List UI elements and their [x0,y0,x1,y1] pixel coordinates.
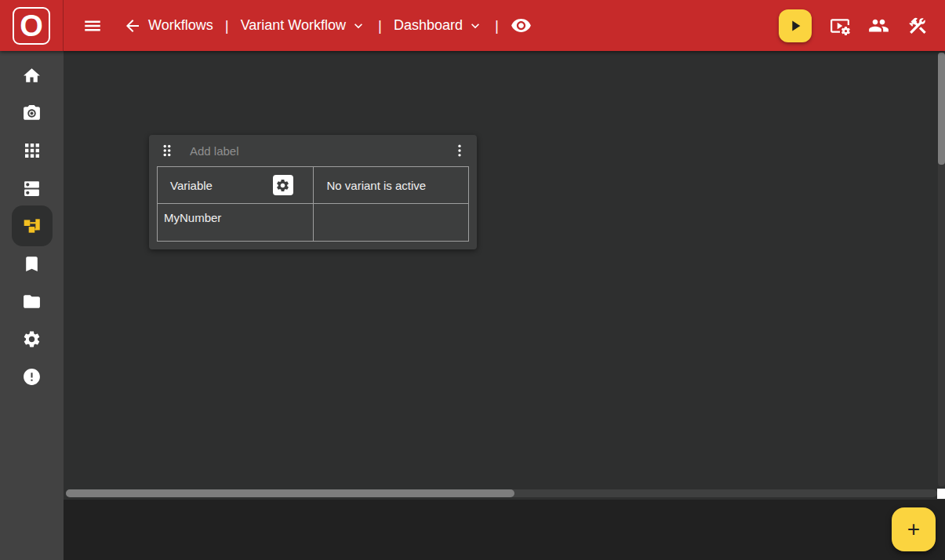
workflow-selector-label: Variant Workflow [241,17,346,34]
menu-button[interactable] [82,16,103,36]
eye-icon [511,15,532,36]
bookmark-icon [22,254,42,274]
logo-letter: O [20,11,43,41]
sidebar-item-alerts[interactable] [0,358,64,395]
chevron-down-icon [467,18,483,34]
chevron-down-icon [351,18,366,34]
widget-label-input[interactable] [190,144,445,158]
sidebar-item-camera[interactable] [0,94,64,132]
error-icon [22,367,42,387]
topbar-actions [779,9,928,42]
apps-grid-icon [23,141,42,160]
horizontal-scrollbar-thumb[interactable] [66,489,514,497]
widget-header [149,135,477,166]
table-row[interactable]: MyNumber [158,204,469,242]
sidebar-item-settings[interactable] [0,320,64,358]
sidebar-item-home[interactable] [0,56,64,94]
sidebar-item-apps[interactable] [0,132,64,169]
settings-gear-icon [22,329,42,349]
variable-settings-icon [275,178,290,193]
bottom-panel [64,500,945,560]
widget-menu-button[interactable] [452,143,467,158]
camera-icon [22,104,42,123]
folder-icon [22,292,42,311]
sidebar-item-files[interactable] [0,282,64,320]
users-button[interactable] [868,15,889,36]
workflow-tree-icon [22,216,42,236]
dashboard-selector[interactable]: Dashboard [394,17,483,34]
main-area: Variable No variant is active [64,51,945,560]
divider: | [495,17,499,35]
divider: | [225,17,229,35]
logo-square: O [13,7,50,45]
drag-handle[interactable] [158,142,176,159]
variable-table: Variable No variant is active [157,166,469,242]
divider: | [378,17,382,35]
kebab-menu-icon [452,143,467,158]
variant-status-text: No variant is active [314,179,469,192]
variable-column-header: Variable [170,179,213,192]
video-settings-icon [830,16,850,36]
sidebar-item-devices[interactable] [0,169,64,207]
variable-settings-button[interactable] [273,175,293,195]
variable-value-cell[interactable] [314,204,469,211]
scrollbar-corner [937,489,945,499]
dashboard-canvas[interactable]: Variable No variant is active [64,51,945,488]
active-indicator [12,205,53,246]
arrow-back-icon [123,16,142,35]
dashboard-selector-label: Dashboard [394,17,463,34]
variable-name-cell[interactable]: MyNumber [158,204,313,224]
preview-button[interactable] [511,15,532,36]
drag-handle-icon [158,142,176,159]
tools-button[interactable] [907,16,928,36]
app-logo[interactable]: O [0,0,64,51]
home-icon [22,66,42,85]
vertical-scrollbar-thumb[interactable] [938,53,945,165]
sidebar-item-bookmarks[interactable] [0,245,64,282]
add-widget-fab[interactable]: + [892,507,936,551]
breadcrumb-workflows[interactable]: Workflows [148,17,213,34]
plus-icon: + [907,518,920,540]
hamburger-menu-icon [82,16,103,36]
video-settings-button[interactable] [830,16,850,36]
play-icon [787,17,804,35]
dns-list-icon [22,179,42,198]
people-icon [868,15,889,36]
back-button[interactable] [123,16,142,35]
run-button[interactable] [779,9,812,42]
horizontal-scrollbar [64,488,945,500]
sidebar-item-workflows[interactable] [0,207,64,245]
sidebar [0,51,64,560]
table-header-row: Variable No variant is active [158,167,469,204]
workflow-selector[interactable]: Variant Workflow [241,17,366,34]
variable-widget-card: Variable No variant is active [149,135,477,249]
topbar: O Workflows | Variant Workflow | Dashboa… [0,0,945,51]
construction-tools-icon [907,16,928,36]
